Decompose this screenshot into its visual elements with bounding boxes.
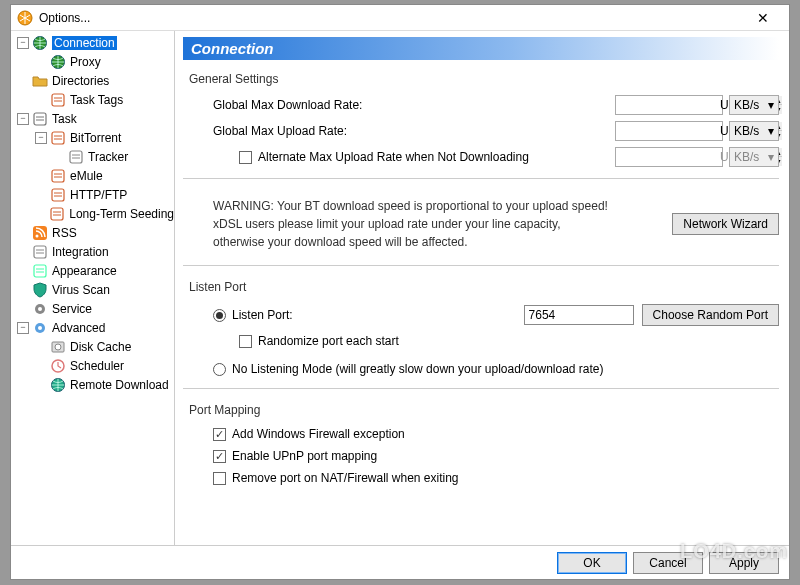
input-alt-upload: ▲▼ [615,147,723,167]
sidebar-item-proxy[interactable]: Proxy [13,52,174,71]
unit-max-upload[interactable]: KB/s▾ [729,121,779,141]
section-listen-title: Listen Port [189,280,779,294]
sidebar-item-label: Task Tags [70,93,123,107]
row-listen-port: Listen Port: Choose Random Port [213,304,779,326]
cancel-button[interactable]: Cancel [633,552,703,574]
sidebar-item-rss[interactable]: RSS [13,223,174,242]
sidebar-item-label: Appearance [52,264,117,278]
svg-point-17 [38,326,42,330]
window-body: −ConnectionProxyDirectoriesTask Tags−Tas… [11,31,789,545]
sidebar-item-appearance[interactable]: Appearance [13,261,174,280]
sidebar-item-label: Proxy [70,55,101,69]
svg-rect-12 [34,246,46,258]
checkbox-randomize[interactable] [239,335,252,348]
label-randomize: Randomize port each start [258,334,399,348]
seed-icon [49,206,65,222]
rss-icon [32,225,48,241]
tree-toggle-icon[interactable]: − [35,132,47,144]
svg-rect-3 [52,94,64,106]
emule-icon [50,168,66,184]
sidebar-item-label: eMule [70,169,103,183]
sidebar-item-emule[interactable]: eMule [13,166,174,185]
label-max-upload: Global Max Upload Rate: [213,124,615,138]
tree-toggle-icon[interactable]: − [17,322,29,334]
apply-button[interactable]: Apply [709,552,779,574]
divider [183,178,779,179]
label-upnp: Enable UPnP port mapping [232,449,377,463]
row-max-download: Global Max Download Rate: ▲▼ KB/s▾ [213,95,779,115]
sidebar-item-long-term-seeding[interactable]: Long-Term Seeding [13,204,174,223]
http-icon [50,187,66,203]
shield-icon [32,282,48,298]
sidebar-item-virus-scan[interactable]: Virus Scan [13,280,174,299]
sidebar-item-label: Long-Term Seeding [69,207,174,221]
row-no-listen: No Listening Mode (will greatly slow dow… [213,362,779,376]
svg-point-11 [36,234,39,237]
sidebar-item-directories[interactable]: Directories [13,71,174,90]
sidebar-item-label: Tracker [88,150,128,164]
row-firewall: ✓ Add Windows Firewall exception [213,427,779,441]
remote-icon [50,377,66,393]
app-icon [17,10,33,26]
sidebar-item-label: Service [52,302,92,316]
checkbox-remove-port[interactable] [213,472,226,485]
chevron-down-icon: ▾ [768,98,774,112]
row-max-upload: Global Max Upload Rate: ▲▼ KB/s▾ [213,121,779,141]
close-button[interactable]: ✕ [743,6,783,30]
sidebar-item-disk-cache[interactable]: Disk Cache [13,337,174,356]
checkbox-firewall[interactable]: ✓ [213,428,226,441]
chevron-down-icon: ▾ [768,150,774,164]
sidebar-item-service[interactable]: Service [13,299,174,318]
svg-point-19 [55,344,61,350]
sidebar-item-task[interactable]: −Task [13,109,174,128]
page-title: Connection [183,37,779,60]
sidebar-item-integration[interactable]: Integration [13,242,174,261]
window-title: Options... [39,11,743,25]
sidebar-item-label: HTTP/FTP [70,188,127,202]
radio-listen-port[interactable] [213,309,226,322]
input-listen-port[interactable] [524,305,634,325]
folder-icon [32,73,48,89]
warning-block: WARNING: Your BT download speed is propo… [213,197,779,251]
unit-max-download[interactable]: KB/s▾ [729,95,779,115]
checkbox-upnp[interactable]: ✓ [213,450,226,463]
tree-toggle-icon[interactable]: − [17,37,29,49]
sidebar-item-bittorrent[interactable]: −BitTorrent [13,128,174,147]
divider [183,388,779,389]
label-max-download: Global Max Download Rate: [213,98,615,112]
svg-rect-13 [34,265,46,277]
options-window: Options... ✕ −ConnectionProxyDirectories… [10,4,790,580]
puzzle-icon [32,244,48,260]
tracker-icon [68,149,84,165]
sidebar-item-remote-download[interactable]: Remote Download [13,375,174,394]
proxy-icon [50,54,66,70]
sidebar-item-advanced[interactable]: −Advanced [13,318,174,337]
sidebar-item-task-tags[interactable]: Task Tags [13,90,174,109]
content-pane: Connection General Settings Global Max D… [175,31,789,545]
choose-random-port-button[interactable]: Choose Random Port [642,304,779,326]
sidebar-item-label: Disk Cache [70,340,131,354]
tree-toggle-icon[interactable]: − [17,113,29,125]
label-firewall: Add Windows Firewall exception [232,427,405,441]
label-alt-upload: Alternate Max Upload Rate when Not Downl… [258,150,615,164]
sidebar-item-http-ftp[interactable]: HTTP/FTP [13,185,174,204]
sidebar-item-scheduler[interactable]: Scheduler [13,356,174,375]
section-general-title: General Settings [189,72,779,86]
tag-icon [50,92,66,108]
sidebar-item-connection[interactable]: −Connection [13,33,174,52]
radio-no-listen[interactable] [213,363,226,376]
sidebar-item-label: Task [52,112,77,126]
row-alt-upload: Alternate Max Upload Rate when Not Downl… [239,147,779,167]
input-max-upload[interactable]: ▲▼ [615,121,723,141]
sidebar-tree[interactable]: −ConnectionProxyDirectoriesTask Tags−Tas… [11,31,175,545]
checkbox-alt-upload[interactable] [239,151,252,164]
sidebar-item-tracker[interactable]: Tracker [13,147,174,166]
row-randomize: Randomize port each start [239,334,779,348]
ok-button[interactable]: OK [557,552,627,574]
input-max-download[interactable]: ▲▼ [615,95,723,115]
network-wizard-button[interactable]: Network Wizard [672,213,779,235]
title-bar[interactable]: Options... ✕ [11,5,789,31]
label-no-listen: No Listening Mode (will greatly slow dow… [232,362,604,376]
svg-rect-8 [52,189,64,201]
svg-rect-9 [51,208,63,220]
